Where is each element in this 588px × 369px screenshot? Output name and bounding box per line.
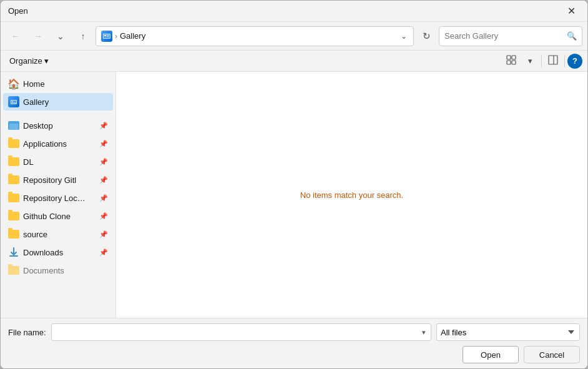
sidebar-item-downloads[interactable]: Downloads 📌	[3, 244, 113, 261]
repository-git-pin-icon: 📌	[99, 176, 108, 184]
breadcrumb-bar: › Gallery ⌄	[96, 26, 414, 46]
dropdown-icon: ⌄	[57, 31, 64, 41]
search-box: 🔍	[439, 26, 582, 46]
up-button[interactable]: ↑	[73, 26, 93, 46]
sidebar-item-dl-label: DL	[23, 157, 96, 167]
github-clone-pin-icon: 📌	[99, 212, 108, 220]
open-dialog: Open ✕ ← → ⌄ ↑ ›	[0, 0, 588, 369]
sidebar-item-gallery-label: Gallery	[23, 97, 108, 107]
sidebar-item-source-label: source	[23, 230, 96, 239]
empty-message: No items match your search.	[300, 190, 403, 200]
search-input[interactable]	[439, 31, 562, 41]
github-clone-folder-icon	[8, 210, 19, 222]
refresh-button[interactable]: ↻	[416, 26, 436, 46]
downloads-icon	[8, 247, 19, 258]
dl-pin-icon: 📌	[99, 158, 108, 166]
sidebar-item-documents[interactable]: Documents	[3, 262, 113, 279]
filename-row: File name: ▾ All files Image files Text …	[8, 323, 580, 341]
sidebar-item-repository-git[interactable]: Repository Gitl 📌	[3, 171, 113, 189]
organize-bar: Organize ▾ ▾	[1, 51, 587, 72]
sidebar-item-dl[interactable]: DL 📌	[3, 153, 113, 170]
organize-arrow-icon: ▾	[44, 56, 49, 66]
view-grid-icon	[506, 55, 516, 67]
filename-dropdown-button[interactable]: ▾	[416, 323, 431, 341]
refresh-icon: ↻	[423, 31, 431, 42]
repository-loc-pin-icon: 📌	[99, 194, 108, 202]
forward-button[interactable]: →	[28, 26, 48, 46]
svg-rect-2	[104, 35, 106, 36]
sidebar-item-source[interactable]: source 📌	[3, 225, 113, 243]
back-button[interactable]: ←	[6, 26, 26, 46]
main-content: 🏠 Home Gallery	[1, 72, 587, 318]
file-area: No items match your search.	[116, 72, 587, 318]
breadcrumb-location-icon	[101, 31, 112, 42]
sidebar-item-desktop-label: Desktop	[23, 121, 96, 130]
downloads-pin-icon: 📌	[99, 248, 108, 257]
sidebar-item-repository-loc[interactable]: Repository Loc… 📌	[3, 189, 113, 207]
svg-point-13	[12, 101, 13, 102]
preview-toggle-button[interactable]	[544, 52, 562, 70]
repository-git-folder-icon	[8, 174, 19, 185]
sidebar-item-github-clone-label: Github Clone	[23, 212, 96, 221]
svg-rect-3	[107, 35, 109, 36]
forward-icon: →	[34, 31, 42, 41]
sidebar-item-gallery[interactable]: Gallery	[3, 93, 113, 111]
view-dropdown-icon: ▾	[528, 56, 532, 66]
sidebar-item-repository-git-label: Repository Gitl	[23, 175, 96, 185]
applications-pin-icon: 📌	[99, 140, 108, 148]
navigation-toolbar: ← → ⌄ ↑ › Gallery ⌄	[1, 22, 587, 51]
filename-dropdown-icon: ▾	[422, 328, 426, 337]
view-toggle-button[interactable]	[502, 52, 520, 70]
dropdown-button[interactable]: ⌄	[51, 26, 71, 46]
filename-label: File name:	[8, 328, 46, 337]
svg-rect-4	[107, 36, 109, 37]
open-button[interactable]: Open	[463, 346, 519, 363]
organize-button[interactable]: Organize ▾	[6, 54, 52, 67]
filename-input[interactable]	[51, 323, 431, 341]
bottom-bar: File name: ▾ All files Image files Text …	[1, 318, 587, 368]
sidebar-item-applications[interactable]: Applications 📌	[3, 135, 113, 152]
pin-icon: 📌	[99, 122, 108, 130]
cancel-button[interactable]: Cancel	[524, 346, 580, 363]
source-pin-icon: 📌	[99, 230, 108, 239]
sidebar-item-downloads-label: Downloads	[23, 248, 96, 257]
svg-rect-9	[549, 56, 557, 64]
svg-rect-12	[11, 101, 16, 104]
filename-input-wrap: ▾	[51, 323, 431, 341]
title-bar: Open ✕	[1, 1, 587, 22]
up-icon: ↑	[81, 31, 86, 41]
view-controls: ▾ ?	[502, 52, 582, 70]
buttons-row: Open Cancel	[8, 346, 580, 363]
sidebar-item-home-label: Home	[23, 79, 108, 89]
dl-folder-icon	[8, 156, 19, 167]
sidebar-item-github-clone[interactable]: Github Clone 📌	[3, 207, 113, 225]
svg-rect-8	[512, 61, 516, 64]
gallery-icon	[8, 96, 19, 107]
close-button[interactable]: ✕	[562, 2, 580, 20]
search-button[interactable]: 🔍	[562, 27, 582, 46]
filetype-select[interactable]: All files Image files Text files	[436, 323, 580, 341]
search-icon: 🔍	[567, 31, 577, 41]
sidebar-item-documents-label: Documents	[23, 266, 108, 275]
source-folder-icon	[8, 229, 19, 240]
breadcrumb-current: Gallery	[120, 31, 397, 41]
sidebar-item-applications-label: Applications	[23, 139, 96, 149]
help-button[interactable]: ?	[567, 54, 582, 69]
preview-icon	[548, 55, 558, 67]
divider	[541, 55, 542, 67]
organize-label: Organize	[9, 56, 42, 66]
help-icon: ?	[572, 56, 577, 66]
breadcrumb-dropdown-button[interactable]: ⌄	[399, 31, 408, 42]
back-icon: ←	[11, 31, 20, 41]
sidebar-item-home[interactable]: 🏠 Home	[3, 75, 113, 92]
repository-loc-folder-icon	[8, 192, 19, 204]
view-dropdown-button[interactable]: ▾	[521, 52, 539, 70]
sidebar-item-repository-loc-label: Repository Loc…	[23, 194, 96, 203]
svg-rect-7	[507, 61, 511, 64]
home-icon: 🏠	[8, 78, 19, 89]
dialog-title: Open	[8, 6, 28, 16]
desktop-folder-icon	[8, 120, 19, 131]
sidebar-item-desktop[interactable]: Desktop 📌	[3, 117, 113, 134]
applications-folder-icon	[8, 138, 19, 149]
svg-rect-6	[512, 56, 516, 59]
